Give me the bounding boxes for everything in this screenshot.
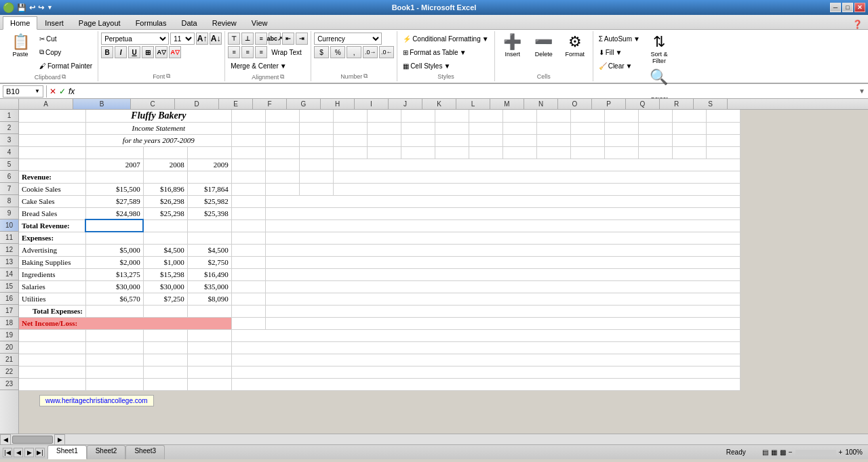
indent-decrease-button[interactable]: ⇤ <box>282 33 294 45</box>
sheet-tab-prev[interactable]: ◀ <box>14 448 23 457</box>
zoom-in-btn[interactable]: + <box>839 448 843 456</box>
row-header-4[interactable]: 4 <box>0 146 18 159</box>
border-button[interactable]: ⊞ <box>142 46 154 58</box>
cell-d21[interactable] <box>187 354 231 366</box>
align-right-button[interactable]: ≡ <box>255 46 267 58</box>
row-header-16[interactable]: 16 <box>0 293 18 305</box>
fill-color-button[interactable]: A▽ <box>155 46 167 58</box>
cell-c9[interactable]: $25,298 <box>143 207 187 219</box>
tab-home[interactable]: Home <box>3 16 37 30</box>
page-layout-view-icon[interactable]: ▦ <box>771 448 777 456</box>
cell-f1[interactable] <box>265 110 299 122</box>
cell-s4[interactable] <box>706 146 740 159</box>
cell-a15[interactable]: Salaries <box>19 280 85 293</box>
cell-e2[interactable] <box>231 122 265 134</box>
cell-d17[interactable] <box>187 305 231 317</box>
cell-a6[interactable]: Revenue: <box>19 171 85 183</box>
sheet-tab-last[interactable]: ▶| <box>35 448 45 457</box>
cell-b11[interactable] <box>85 232 143 244</box>
cell-b22[interactable] <box>85 366 143 378</box>
cell-d22[interactable] <box>187 366 231 378</box>
cell-e16[interactable] <box>231 293 265 305</box>
currency-button[interactable]: $ <box>314 46 329 58</box>
tab-view[interactable]: View <box>244 16 275 29</box>
cell-a2[interactable] <box>19 122 85 134</box>
cell-a1[interactable] <box>19 110 85 122</box>
cell-g3[interactable] <box>299 134 333 146</box>
tab-data[interactable]: Data <box>174 16 204 29</box>
col-header-h[interactable]: H <box>321 99 355 109</box>
zoom-slider[interactable] <box>795 450 836 455</box>
cell-h2[interactable] <box>333 122 367 134</box>
cell-d11[interactable] <box>187 232 231 244</box>
cell-b15[interactable]: $30,000 <box>85 280 143 293</box>
cell-c13[interactable]: $1,000 <box>143 256 187 268</box>
cell-c5[interactable]: 2008 <box>143 159 187 171</box>
align-top-button[interactable]: ⊤ <box>228 33 240 45</box>
cell-e5[interactable] <box>231 159 265 171</box>
cell-reference-box[interactable]: B10 ▼ <box>3 85 43 98</box>
row-header-3[interactable]: 3 <box>0 134 18 146</box>
cell-a5[interactable] <box>19 159 85 171</box>
cell-b23[interactable] <box>85 378 143 390</box>
format-button[interactable]: ⚙ Format <box>560 33 590 60</box>
cell-c22[interactable] <box>143 366 187 378</box>
font-name-select[interactable]: Perpetua <box>101 33 169 45</box>
cell-g2[interactable] <box>299 122 333 134</box>
cell-l4[interactable] <box>469 146 502 159</box>
cell-a21[interactable] <box>19 354 85 366</box>
cell-k1[interactable] <box>435 110 469 122</box>
sort-filter-button[interactable]: ⇅ Sort &Filter <box>644 33 674 66</box>
quick-access-dropdown[interactable]: ▼ <box>47 4 53 11</box>
cell-b3[interactable]: for the years 2007-2009 <box>85 134 231 146</box>
cell-e3[interactable] <box>231 134 265 146</box>
font-grow-button[interactable]: A↑ <box>196 33 208 45</box>
wrap-text-button[interactable]: Wrap Text <box>269 46 304 58</box>
autosum-button[interactable]: Σ AutoSum ▼ <box>596 33 643 45</box>
cell-e10[interactable] <box>231 219 265 232</box>
cell-g4[interactable] <box>299 146 333 159</box>
clipboard-expand-icon[interactable]: ⧉ <box>62 73 66 81</box>
cell-r4[interactable] <box>672 146 706 159</box>
clear-button[interactable]: 🧹 Clear ▼ <box>596 60 643 72</box>
cell-c11[interactable] <box>143 232 187 244</box>
cell-c17[interactable] <box>143 305 187 317</box>
cell-b13[interactable]: $2,000 <box>85 256 143 268</box>
cell-d16[interactable]: $8,090 <box>187 293 231 305</box>
cell-d14[interactable]: $16,490 <box>187 268 231 280</box>
cell-c4[interactable] <box>143 146 187 159</box>
horizontal-scrollbar[interactable]: ◀ ▶ <box>0 434 868 444</box>
cell-k4[interactable] <box>435 146 469 159</box>
cell-i2[interactable] <box>367 122 401 134</box>
row-header-5[interactable]: 5 <box>0 159 18 171</box>
col-header-g[interactable]: G <box>287 99 321 109</box>
cell-a22[interactable] <box>19 366 85 378</box>
cell-c20[interactable] <box>143 341 187 354</box>
cell-o2[interactable] <box>570 122 604 134</box>
cell-d12[interactable]: $4,500 <box>187 244 231 256</box>
row-header-21[interactable]: 21 <box>0 354 18 366</box>
percent-button[interactable]: % <box>330 46 345 58</box>
cell-q4[interactable] <box>638 146 672 159</box>
col-header-e[interactable]: E <box>219 99 253 109</box>
grid-area[interactable]: Fluffy Bakery <box>19 110 868 434</box>
cell-m1[interactable] <box>502 110 536 122</box>
col-header-a[interactable]: A <box>19 99 73 109</box>
cell-d19[interactable] <box>187 329 231 341</box>
cell-j3[interactable] <box>401 134 435 146</box>
cell-e11[interactable] <box>231 232 265 244</box>
page-break-view-icon[interactable]: ▩ <box>780 448 786 456</box>
cell-o3[interactable] <box>570 134 604 146</box>
cell-a14[interactable]: Ingredients <box>19 268 85 280</box>
cell-s2[interactable] <box>706 122 740 134</box>
cell-a8[interactable]: Cake Sales <box>19 195 85 207</box>
scroll-thumb-h[interactable] <box>12 436 53 444</box>
cell-j4[interactable] <box>401 146 435 159</box>
cell-g5[interactable] <box>299 159 333 171</box>
row-header-12[interactable]: 12 <box>0 244 18 256</box>
col-header-m[interactable]: M <box>490 99 524 109</box>
cell-b4[interactable] <box>85 146 143 159</box>
close-button[interactable]: ✕ <box>854 3 865 12</box>
row-header-20[interactable]: 20 <box>0 341 18 354</box>
scroll-left-btn[interactable]: ◀ <box>0 434 11 445</box>
